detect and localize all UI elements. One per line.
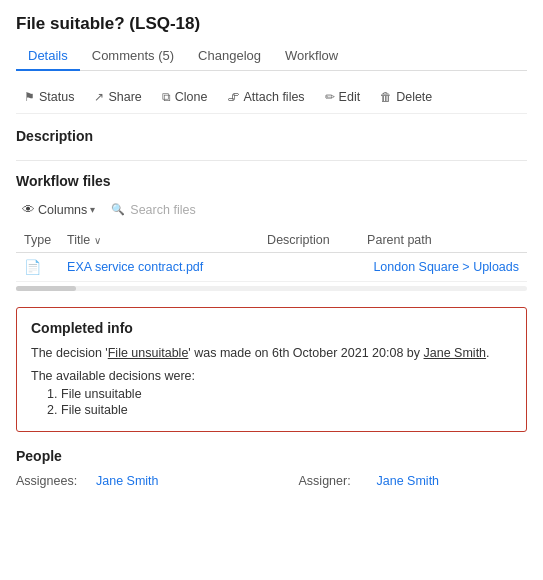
decision-user-link[interactable]: Jane Smith (424, 346, 487, 360)
delete-button[interactable]: 🗑 Delete (372, 87, 440, 107)
pdf-icon: 📄 (24, 259, 41, 275)
workflow-files-section: Workflow files 👁 Columns ▾ 🔍 Search file… (16, 173, 527, 291)
completed-info-text: The decision 'File unsuitable' was made … (31, 344, 512, 363)
decision-mid: ' was made on 6th October 2021 20:08 by (188, 346, 423, 360)
search-placeholder[interactable]: Search files (130, 203, 195, 217)
tab-bar: Details Comments (5) Changelog Workflow (16, 42, 527, 71)
files-table: Type Title ∨ Description Parent path (16, 228, 527, 282)
table-header-row: Type Title ∨ Description Parent path (16, 228, 527, 253)
decision-post: . (486, 346, 489, 360)
decision-item-2: File suitable (61, 403, 512, 417)
decisions-list: File unsuitable File suitable (31, 387, 512, 417)
tab-changelog[interactable]: Changelog (186, 42, 273, 71)
completed-info-title: Completed info (31, 320, 512, 336)
status-button[interactable]: ⚑ Status (16, 87, 82, 107)
edit-button[interactable]: ✏ Edit (317, 87, 369, 107)
tab-details[interactable]: Details (16, 42, 80, 71)
people-section: People Assignees: Jane Smith Assigner: J… (16, 448, 527, 488)
scroll-thumb (16, 286, 76, 291)
file-path-cell: London Square > Uploads (359, 253, 527, 282)
wf-controls: 👁 Columns ▾ 🔍 Search files (16, 199, 527, 220)
delete-icon: 🗑 (380, 90, 392, 104)
file-type-cell: 📄 (16, 253, 59, 282)
file-title-cell: EXA service contract.pdf (59, 253, 259, 282)
divider-1 (16, 160, 527, 161)
description-title: Description (16, 128, 527, 144)
description-section: Description (16, 128, 527, 144)
chevron-down-icon: ▾ (90, 204, 95, 215)
edit-icon: ✏ (325, 90, 335, 104)
assignees-name-link[interactable]: Jane Smith (96, 474, 159, 488)
decision-pre: The decision ' (31, 346, 108, 360)
horizontal-scrollbar[interactable] (16, 286, 527, 291)
columns-button[interactable]: 👁 Columns ▾ (16, 199, 101, 220)
search-icon: 🔍 (111, 203, 125, 216)
sort-icon: ∨ (94, 235, 101, 246)
decision-item-1: File unsuitable (61, 387, 512, 401)
share-icon: ↗ (94, 90, 104, 104)
attach-icon: 🖇 (227, 90, 239, 104)
col-description: Description (259, 228, 359, 253)
assigner-label: Assigner: (299, 474, 369, 488)
parent-path-link[interactable]: London Square > Uploads (373, 260, 519, 274)
clone-icon: ⧉ (162, 90, 171, 104)
tab-workflow[interactable]: Workflow (273, 42, 350, 71)
assigner-name-link[interactable]: Jane Smith (377, 474, 440, 488)
col-parent-path: Parent path (359, 228, 527, 253)
assignees-label: Assignees: (16, 474, 96, 488)
file-desc-cell (259, 253, 359, 282)
decision-name: File unsuitable (108, 346, 189, 360)
clone-button[interactable]: ⧉ Clone (154, 87, 216, 107)
attach-button[interactable]: 🖇 Attach files (219, 87, 312, 107)
col-title[interactable]: Title ∨ (59, 228, 259, 253)
col-type: Type (16, 228, 59, 253)
toolbar: ⚑ Status ↗ Share ⧉ Clone 🖇 Attach files … (16, 81, 527, 114)
file-link[interactable]: EXA service contract.pdf (67, 260, 203, 274)
table-row: 📄 EXA service contract.pdf London Square… (16, 253, 527, 282)
people-title: People (16, 448, 527, 464)
people-row: Assignees: Jane Smith Assigner: Jane Smi… (16, 474, 527, 488)
tab-comments[interactable]: Comments (5) (80, 42, 186, 71)
workflow-files-title: Workflow files (16, 173, 527, 189)
page-title: File suitable? (LSQ-18) (16, 14, 527, 34)
search-box: 🔍 Search files (111, 203, 195, 217)
share-button[interactable]: ↗ Share (86, 87, 149, 107)
available-decisions-label: The available decisions were: (31, 369, 512, 383)
status-icon: ⚑ (24, 90, 35, 104)
completed-info-box: Completed info The decision 'File unsuit… (16, 307, 527, 432)
eye-icon: 👁 (22, 202, 35, 217)
